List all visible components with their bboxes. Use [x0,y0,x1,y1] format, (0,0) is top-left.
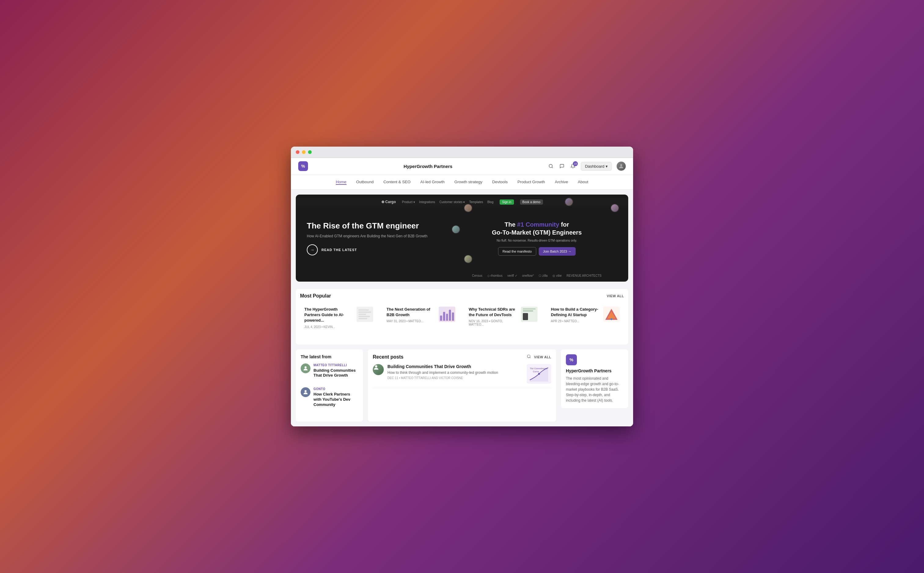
logo-oneflow: oneflow° [522,274,534,277]
read-latest-label: READ THE LATEST [321,248,357,252]
recent-post-1-image: The Commitment Curve [527,364,551,384]
browser-titlebar [291,147,633,158]
logo-icon[interactable]: % [298,161,308,171]
recent-view-all[interactable]: VIEW ALL [534,355,551,359]
latest-post-2-title: How Clerk Partners with YouTube's Dev Co… [313,392,358,407]
sidebar-info-card: % HyperGrowth Partners The most opiniona… [561,349,628,408]
latest-post-1-title: Building Communities That Drive Growth [313,368,358,379]
sidebar-card-title: HyperGrowth Partners [566,368,623,373]
popular-card-4-title: How to Build a Category-Defining AI Star… [551,307,600,318]
recent-post-1-meta: DEC 11 • MATTEO TITTARELLI AND VICTOR CO… [387,376,523,380]
nav-item-about[interactable]: About [578,180,588,185]
partner-logos: Census ◇ rhombus veriff ✓ oneflow° ⬡ zil… [445,274,628,277]
batch-button[interactable]: Join Batch 2023 → [539,247,576,256]
latest-from-title: The latest from [301,354,358,359]
search-icon[interactable] [548,163,554,169]
sidebar-logo: % [566,354,577,365]
nav-item-outbound[interactable]: Outbound [356,180,374,185]
recent-posts-section: Recent posts VIEW ALL [368,349,556,421]
recent-posts-title: Recent posts [373,354,524,360]
arrow-icon: → [307,244,318,255]
dashboard-button[interactable]: Dashboard ▾ [581,162,612,171]
recent-post-1-excerpt: How to think through and implement a com… [387,370,523,376]
header: % HyperGrowth Partners [291,158,633,175]
read-latest-button[interactable]: → READ THE LATEST [307,244,434,255]
minimize-dot[interactable] [302,150,305,154]
cargo-logo: ⊕ Cargo [381,200,396,204]
nav-item-product-growth[interactable]: Product Growth [517,180,545,185]
recent-post-1[interactable]: Building Communities That Drive Growth H… [373,364,551,388]
logo-rhombus: ◇ rhombus [487,274,503,277]
nav-item-growth-strategy[interactable]: Growth strategy [454,180,482,185]
latest-post-2-avatar [301,387,310,397]
popular-card-4-image [603,307,620,322]
cargo-nav-integrations[interactable]: Integrations [419,200,435,204]
latest-post-1-avatar [301,363,310,373]
close-dot[interactable] [296,150,299,154]
popular-card-2-title: The Next Generation of B2B Growth [387,307,436,318]
svg-point-7 [305,390,307,393]
notifications[interactable]: 15 [570,163,576,169]
popular-card-3-meta: NOV 16, 2023 • GONTO, MATTEO... [469,319,518,326]
recent-search-icon[interactable] [527,354,531,360]
cargo-nav-product[interactable]: Product ▾ [402,200,415,204]
svg-point-5 [611,318,612,320]
community-avatar-2 [565,197,573,206]
recent-post-1-title: Building Communities That Drive Growth [387,364,523,369]
popular-card-2-meta: MAY 31, 2023 • MATTEO... [387,319,436,323]
maximize-dot[interactable] [308,150,312,154]
nav-item-content-seo[interactable]: Content & SEO [384,180,411,185]
hero-community-section: The #1 Community forGo-To-Market (GTM) E… [445,194,628,282]
sidebar-card-description: The most opinionated and bleeding-edge g… [566,376,623,403]
community-title: The #1 Community forGo-To-Market (GTM) E… [492,221,582,236]
nav-item-archive[interactable]: Archive [555,180,568,185]
svg-point-6 [305,366,307,368]
popular-card-3-title: Why Technical SDRs are the Future of Dev… [469,307,518,318]
nav-item-ai-led-growth[interactable]: AI-led Growth [420,180,445,185]
popular-card-4-meta: APR 29 • MATTEO... [551,319,600,323]
hero-article-section: The Rise of the GTM engineer How AI-Enab… [296,194,445,282]
community-avatar-1 [464,204,472,212]
recent-post-1-avatar [373,364,384,375]
community-avatar-3 [452,225,460,234]
popular-card-3-image [521,307,537,322]
popular-card-4[interactable]: How to Build a Category-Defining AI Star… [547,302,624,333]
popular-card-1-title: The HyperGrowth Partners Guide to AI-pow… [304,307,354,324]
popular-card-3[interactable]: Why Technical SDRs are the Future of Dev… [464,302,542,333]
most-popular-section: Most Popular VIEW ALL The HyperGrowth Pa… [296,289,628,344]
community-avatar-4 [464,255,472,263]
avatar[interactable] [617,161,626,171]
popular-card-1-image [357,307,373,322]
manifesto-button[interactable]: Read the manifesto [498,247,536,256]
chevron-down-icon: ▾ [606,164,608,169]
popular-card-1-meta: JUL 4, 2023 • KEVIN... [304,325,354,329]
most-popular-header: Most Popular VIEW ALL [300,293,624,299]
hero-subtitle: How AI-Enabled GTM engineers Are Buildin… [307,234,434,238]
community-buttons: Read the manifesto Join Batch 2023 → [492,247,582,256]
community-subtitle: No fluff. No nonsense. Results-driven GT… [492,239,582,242]
community-avatar-5 [611,204,619,212]
latest-post-1[interactable]: MATTEO TITTARELLI Building Communities T… [301,363,358,383]
popular-card-2[interactable]: The Next Generation of B2B Growth MAY 31… [382,302,460,333]
most-popular-title: Most Popular [300,293,331,299]
logo-revenue-architects: REVENUE ARCHITECTS [567,274,601,277]
main-nav: Home Outbound Content & SEO AI-led Growt… [291,175,633,190]
community-highlight: #1 Community [517,221,559,228]
community-content: The #1 Community forGo-To-Market (GTM) E… [486,214,588,262]
recent-posts-header: Recent posts VIEW ALL [373,354,551,360]
latest-post-2[interactable]: GONTO How Clerk Partners with YouTube's … [301,387,358,412]
hero-banner: ⊕ Cargo Product ▾ Integrations Customer … [296,194,628,282]
chat-icon[interactable] [559,163,565,169]
nav-item-home[interactable]: Home [336,180,346,185]
most-popular-view-all[interactable]: VIEW ALL [607,294,624,298]
svg-point-10 [375,365,377,367]
svg-line-1 [552,168,553,168]
logo-zilla: ⬡ zilla [539,274,548,277]
svg-point-2 [620,164,622,166]
svg-line-9 [530,357,531,358]
popular-card-1[interactable]: The HyperGrowth Partners Guide to AI-pow… [300,302,377,333]
nav-item-devtools[interactable]: Devtools [492,180,508,185]
svg-point-14 [538,373,540,375]
logo-veriff: veriff ✓ [507,274,517,277]
header-actions: 15 Dashboard ▾ [548,161,626,171]
